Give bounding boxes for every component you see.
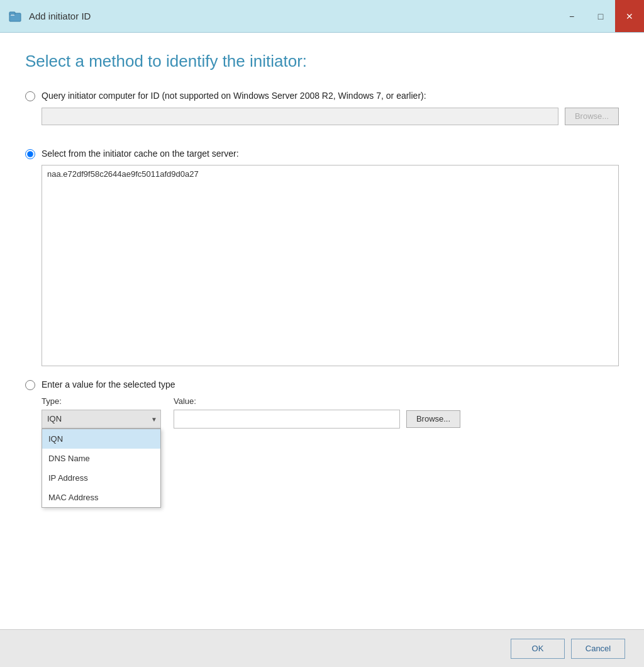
option3-radio[interactable] [25,380,35,390]
option2-label[interactable]: Select from the initiator cache on the t… [42,148,239,160]
cache-item[interactable]: naa.e72df9f58c2644ae9fc5011afd9d0a27 [45,168,616,180]
main-window: Add initiator ID − □ ✕ Select a method t… [0,0,644,667]
dropdown-option-dns[interactable]: DNS Name [42,449,160,468]
value-field-group: Value: Browse... [174,396,619,429]
footer-bar: OK Cancel [0,629,644,667]
value-input-row: Browse... [174,410,619,429]
option1-radio[interactable] [25,91,35,101]
minimize-button[interactable]: − [557,0,586,32]
option1-browse-row: Browse... [42,108,619,125]
option1-label[interactable]: Query initiator computer for ID (not sup… [42,90,426,103]
dropdown-open-list: IQN DNS Name IP Address MAC Address [42,429,161,508]
option1-text-input[interactable] [42,108,558,125]
svg-rect-1 [9,12,15,14]
option1-browse-button[interactable]: Browse... [565,108,619,125]
option3-label[interactable]: Enter a value for the selected type [42,379,175,391]
type-label: Type: [42,396,161,406]
page-heading: Select a method to identify the initiato… [25,52,619,71]
option1-section: Query initiator computer for ID (not sup… [25,90,619,135]
option2-radio-row: Select from the initiator cache on the t… [25,148,619,160]
type-field-group: Type: IQN DNS Name IP Address MAC Addres… [42,396,161,429]
option2-radio[interactable] [25,149,35,159]
dropdown-option-ip[interactable]: IP Address [42,468,160,488]
option2-section: Select from the initiator cache on the t… [25,148,619,367]
title-bar-left: Add initiator ID [6,8,91,25]
close-button[interactable]: ✕ [615,0,644,32]
window-title: Add initiator ID [29,11,91,21]
window-icon [6,8,24,25]
dropdown-option-iqn[interactable]: IQN [42,429,160,449]
ok-button[interactable]: OK [511,639,565,659]
option3-browse-button[interactable]: Browse... [406,410,460,428]
svg-rect-2 [11,14,14,16]
option1-radio-row: Query initiator computer for ID (not sup… [25,90,619,103]
type-dropdown-wrapper: IQN DNS Name IP Address MAC Address ▼ IQ… [42,410,161,429]
content-area: Select a method to identify the initiato… [0,33,644,629]
option3-section: Enter a value for the selected type Type… [25,379,619,429]
value-text-input[interactable] [174,410,400,429]
dropdown-option-mac[interactable]: MAC Address [42,488,160,507]
maximize-button[interactable]: □ [586,0,615,32]
option3-radio-row: Enter a value for the selected type [25,379,619,391]
title-bar-buttons: − □ ✕ [557,0,644,32]
type-dropdown[interactable]: IQN DNS Name IP Address MAC Address [42,410,161,429]
initiator-cache-listbox[interactable]: naa.e72df9f58c2644ae9fc5011afd9d0a27 [42,165,619,366]
title-bar: Add initiator ID − □ ✕ [0,0,644,33]
cancel-button[interactable]: Cancel [571,639,625,659]
type-value-row: Type: IQN DNS Name IP Address MAC Addres… [42,396,619,429]
value-label: Value: [174,396,619,406]
